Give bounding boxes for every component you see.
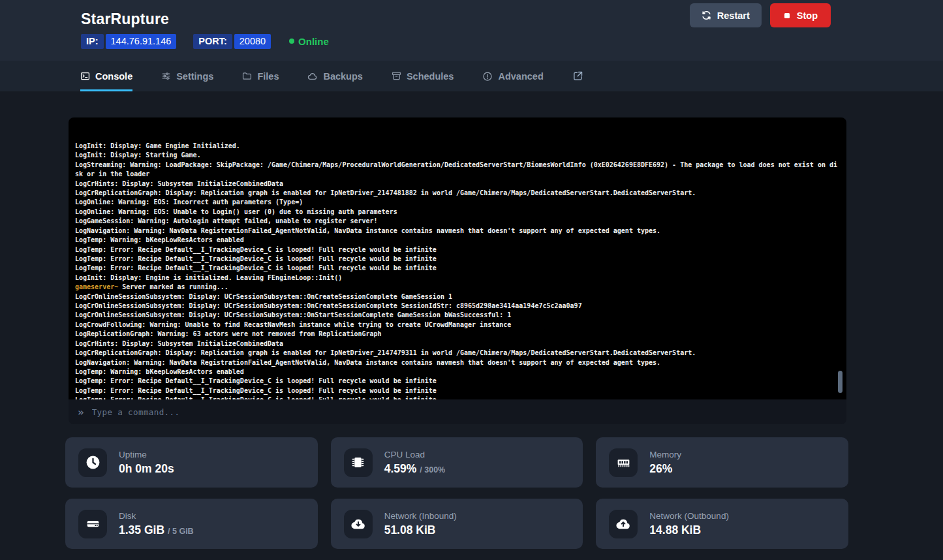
stat-card-memory: Memory 26% [596,437,848,488]
stat-label: Memory [649,450,681,459]
console-line: LogStreaming: Warning: LoadPackage: Skip… [75,161,840,170]
stat-suffix: / 5 GiB [168,527,194,536]
restart-button[interactable]: Restart [690,3,762,27]
memory-stick-icon [615,454,632,471]
ip-label-badge: IP: [81,34,104,49]
console-line: LogOnline: Warning: EOS: Incorrect auth … [75,198,840,207]
stat-card-uptime: Uptime 0h 0m 20s [65,437,318,488]
console-line: LogCrOnlineSessionSubsystem: Display: UC… [75,292,840,302]
tab-backups[interactable]: Backups [307,61,362,91]
stat-value: 1.35 GiB [119,523,164,537]
console-output[interactable]: LogInit: Display: Game Engine Initialize… [69,117,846,399]
tab-external-link[interactable] [572,61,583,91]
stop-button[interactable]: Stop [770,3,831,27]
archive-box-icon [392,71,401,81]
folder-icon [242,71,252,81]
stat-suffix: / 300% [420,465,445,474]
stats-grid: Uptime 0h 0m 20s CPU Load 4.59%/ 300% Me… [65,437,848,549]
stat-card-disk: Disk 1.35 GiB/ 5 GiB [65,499,318,549]
tab-settings[interactable]: Settings [161,61,213,91]
online-dot-icon [289,39,294,44]
stat-card-network-inbound: Network (Inbound) 51.08 KiB [331,499,583,549]
command-prompt-icon: » [78,406,84,418]
console-line: sk or in the loader [75,170,840,179]
external-link-icon [572,70,583,82]
command-bar: » [69,399,846,424]
cloud-download-icon [350,516,367,533]
tab-label: Files [257,71,279,82]
console-line: LogCrReplicationGraph: Display: Replicat… [75,189,840,198]
console-line: LogTemp: Warning: bKeepLowResActors enab… [75,367,840,377]
refresh-icon [702,10,711,20]
console-line: LogReplicationGraph: Warning: 63 actors … [75,330,840,339]
server-header: StarRupture IP: 144.76.91.146 PORT: 2008… [0,0,943,61]
console-line: LogCrReplicationGraph: Display: Replicat… [75,349,840,358]
console-line: LogTemp: Warning: bKeepLowResActors enab… [75,236,840,245]
tab-label: Console [95,71,132,82]
stat-label: Uptime [119,450,174,459]
stat-value: 14.88 KiB [649,523,701,537]
cloud-icon [307,71,318,82]
console-line: LogTemp: Error: Recipe Default__I_Tracki… [75,396,840,399]
tab-files[interactable]: Files [242,61,279,91]
tab-label: Settings [176,71,213,82]
console-line: LogCrOnlineSessionSubsystem: Display: UC… [75,311,840,320]
console-scrollbar-thumb[interactable] [838,371,843,393]
stat-card-cpu-load: CPU Load 4.59%/ 300% [331,437,583,488]
port-label-badge: PORT: [193,34,232,49]
console-line: LogInit: Display: Starting Game. [75,151,840,160]
tab-advanced[interactable]: Advanced [482,61,543,91]
stat-label: Network (Inbound) [384,511,457,521]
hard-drive-icon [85,516,101,532]
cpu-chip-icon [350,454,366,471]
console-line: LogInit: Display: Engine is initialized.… [75,273,840,283]
console-line: LogTemp: Error: Recipe Default__I_Tracki… [75,255,840,264]
stat-value: 51.08 KiB [384,523,436,537]
address-row: IP: 144.76.91.146 PORT: 20080 Online [81,34,848,49]
clock-icon [85,454,101,471]
console-line: LogTemp: Error: Recipe Default__I_Tracki… [75,245,840,255]
ip-value-badge[interactable]: 144.76.91.146 [106,34,177,49]
cloud-upload-icon [615,516,632,533]
console-line: LogOnline: Warning: EOS: Unable to Login… [75,208,840,217]
sliders-icon [161,71,171,81]
stat-value: 4.59% [384,462,417,475]
stop-square-icon [783,12,791,20]
stat-value: 26% [649,462,672,475]
alert-badge-icon [482,71,493,82]
console-line: LogNavigation: Warning: NavData Registra… [75,358,840,367]
stat-value: 0h 0m 20s [119,462,174,475]
console-line: gameserver~ Server marked as running... [75,283,840,292]
status-badge: Online [289,36,329,47]
tab-console[interactable]: Console [80,61,132,91]
stat-card-network-outbound: Network (Outbound) 14.88 KiB [596,499,848,549]
stat-label: CPU Load [384,450,446,459]
console-line: LogCrHints: Display: Subsystem Initializ… [75,339,840,349]
console-line: LogNavigation: Warning: NavData Registra… [75,226,840,236]
log-source-prefix: gameserver~ [75,283,118,290]
restart-button-label: Restart [717,10,750,21]
console-line: LogCrowdFollowing: Warning: Unable to fi… [75,320,840,330]
tab-label: Advanced [498,71,543,82]
tab-label: Schedules [407,71,454,82]
stat-label: Disk [119,511,194,521]
port-value-badge[interactable]: 20080 [234,34,271,49]
tab-bar: Console Settings Files Backups Schedules… [0,61,943,91]
terminal-icon [80,71,90,81]
console-panel: LogInit: Display: Game Engine Initialize… [69,117,846,424]
stat-label: Network (Outbound) [649,511,729,521]
console-line: LogTemp: Error: Recipe Default__I_Tracki… [75,386,840,396]
command-input[interactable] [92,407,837,417]
console-line: LogTemp: Error: Recipe Default__I_Tracki… [75,377,840,386]
console-line: LogCrOnlineSessionSubsystem: Display: UC… [75,302,840,311]
stop-button-label: Stop [797,10,818,21]
console-line: LogTemp: Error: Recipe Default__I_Tracki… [75,264,840,273]
status-label: Online [298,36,329,47]
console-line: LogCrHints: Display: Subsystem Initializ… [75,179,840,189]
console-line: LogInit: Display: Game Engine Initialize… [75,142,840,151]
console-line: LogGameSession: Warning: Autologin attem… [75,217,840,226]
tab-schedules[interactable]: Schedules [392,61,454,91]
tab-label: Backups [323,71,362,82]
